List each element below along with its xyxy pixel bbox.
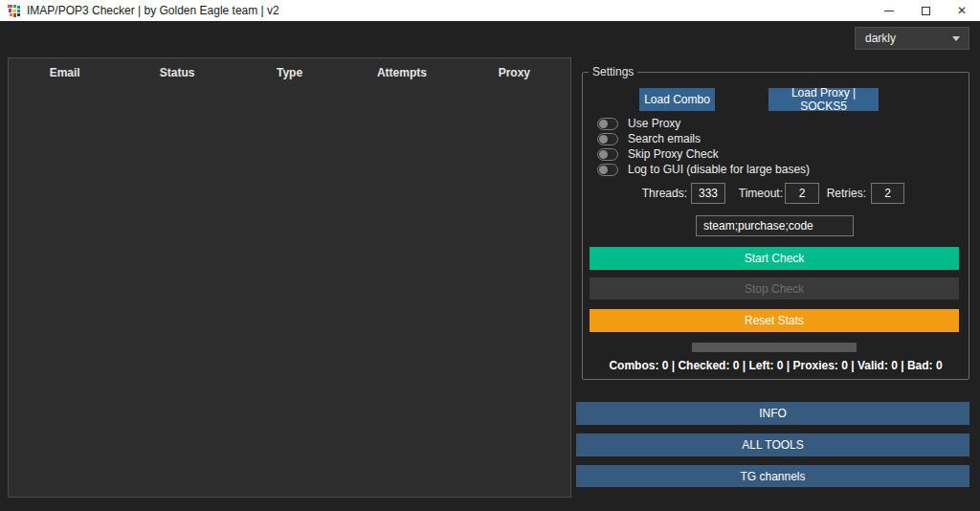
column-header-proxy: Proxy — [458, 66, 570, 79]
settings-legend: Settings — [589, 65, 637, 78]
close-button[interactable]: ✕ — [944, 0, 980, 21]
minimize-button[interactable] — [871, 0, 907, 21]
column-header-type: Type — [234, 66, 345, 79]
app-window: IMAP/POP3 Checker | by Golden Eagle team… — [0, 0, 980, 511]
toggle-off-icon — [597, 118, 618, 130]
maximize-button[interactable] — [907, 0, 944, 21]
column-header-attempts: Attempts — [345, 66, 457, 79]
reset-stats-button[interactable]: Reset Stats — [590, 309, 959, 332]
minimize-icon — [884, 11, 894, 11]
results-table-header: Email Status Type Attempts Proxy — [9, 58, 570, 87]
log-to-gui-label: Log to GUI (disable for large bases) — [628, 163, 810, 176]
keywords-input[interactable] — [696, 215, 854, 236]
info-button[interactable]: INFO — [576, 402, 969, 425]
skip-proxy-check-toggle[interactable]: Skip Proxy Check — [597, 146, 719, 162]
search-emails-label: Search emails — [628, 132, 701, 145]
stats-line: Combos: 0 | Checked: 0 | Left: 0 | Proxi… — [582, 359, 969, 372]
skip-proxy-check-label: Skip Proxy Check — [628, 147, 719, 161]
search-emails-toggle[interactable]: Search emails — [597, 131, 701, 146]
all-tools-button[interactable]: ALL TOOLS — [576, 433, 969, 456]
log-to-gui-toggle[interactable]: Log to GUI (disable for large bases) — [597, 162, 810, 177]
column-header-email: Email — [9, 66, 121, 79]
toggle-off-icon — [597, 133, 618, 145]
toggle-off-icon — [597, 164, 618, 176]
threads-input[interactable] — [691, 183, 725, 204]
results-table[interactable]: Email Status Type Attempts Proxy — [8, 57, 571, 498]
column-header-status: Status — [121, 66, 233, 79]
window-title: IMAP/POP3 Checker | by Golden Eagle team… — [27, 4, 279, 17]
titlebar: IMAP/POP3 Checker | by Golden Eagle team… — [0, 0, 980, 21]
timeout-input[interactable] — [785, 183, 819, 204]
retries-label: Retries: — [821, 187, 866, 200]
use-proxy-label: Use Proxy — [628, 117, 680, 130]
progress-bar — [692, 343, 857, 352]
timeout-label: Timeout: — [730, 187, 783, 200]
maximize-icon — [922, 7, 930, 15]
stop-check-button[interactable]: Stop Check — [590, 278, 959, 300]
load-combo-button[interactable]: Load Combo — [639, 88, 715, 111]
load-proxy-button[interactable]: Load Proxy | SOCKS5 — [768, 88, 879, 111]
tg-channels-button[interactable]: TG channels — [576, 465, 969, 487]
toggle-off-icon — [597, 148, 618, 161]
use-proxy-toggle[interactable]: Use Proxy — [597, 116, 680, 131]
theme-dropdown[interactable]: darkly — [855, 27, 969, 50]
start-check-button[interactable]: Start Check — [590, 247, 959, 270]
chevron-down-icon — [952, 36, 960, 41]
theme-dropdown-value: darkly — [865, 32, 952, 45]
app-icon — [8, 5, 20, 17]
threads-label: Threads: — [620, 187, 687, 200]
close-icon: ✕ — [957, 5, 967, 16]
retries-input[interactable] — [871, 183, 904, 204]
